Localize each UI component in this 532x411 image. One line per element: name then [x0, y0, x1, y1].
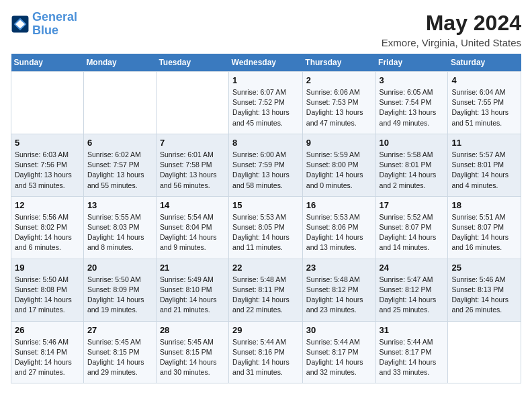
day-info: Sunrise: 6:03 AM Sunset: 7:56 PM Dayligh…: [15, 150, 80, 191]
day-cell: 31 Sunrise: 5:44 AM Sunset: 8:17 PM Dayl…: [375, 321, 448, 383]
day-info: Sunrise: 5:57 AM Sunset: 8:01 PM Dayligh…: [451, 150, 517, 191]
day-number: 16: [306, 200, 372, 210]
day-info: Sunrise: 5:53 AM Sunset: 8:05 PM Dayligh…: [232, 212, 299, 253]
header-cell-thursday: Thursday: [302, 54, 375, 72]
day-cell: 20 Sunrise: 5:50 AM Sunset: 8:09 PM Dayl…: [83, 259, 156, 321]
day-number: 14: [160, 200, 225, 210]
day-info: Sunrise: 5:56 AM Sunset: 8:02 PM Dayligh…: [15, 212, 80, 253]
day-info: Sunrise: 5:50 AM Sunset: 8:08 PM Dayligh…: [15, 275, 80, 316]
logo: GeneralBlue: [11, 11, 77, 38]
day-info: Sunrise: 6:05 AM Sunset: 7:54 PM Dayligh…: [380, 87, 445, 128]
day-cell: 17 Sunrise: 5:52 AM Sunset: 8:07 PM Dayl…: [375, 196, 448, 259]
header-cell-wednesday: Wednesday: [229, 54, 303, 72]
day-info: Sunrise: 5:46 AM Sunset: 8:14 PM Dayligh…: [15, 337, 80, 378]
day-cell: [448, 321, 521, 383]
day-info: Sunrise: 5:45 AM Sunset: 8:15 PM Dayligh…: [160, 337, 225, 378]
day-cell: 3 Sunrise: 6:05 AM Sunset: 7:54 PM Dayli…: [375, 72, 448, 134]
day-info: Sunrise: 5:59 AM Sunset: 8:00 PM Dayligh…: [306, 150, 372, 191]
day-number: 13: [87, 200, 152, 210]
day-cell: 12 Sunrise: 5:56 AM Sunset: 8:02 PM Dayl…: [11, 196, 84, 259]
day-cell: 2 Sunrise: 6:06 AM Sunset: 7:53 PM Dayli…: [302, 72, 375, 134]
day-cell: 24 Sunrise: 5:47 AM Sunset: 8:12 PM Dayl…: [375, 259, 448, 321]
day-info: Sunrise: 6:02 AM Sunset: 7:57 PM Dayligh…: [87, 150, 152, 191]
day-number: 1: [232, 75, 299, 85]
header-cell-sunday: Sunday: [11, 54, 84, 72]
title-block: May 2024 Exmore, Virginia, United States: [382, 11, 521, 48]
day-number: 21: [160, 263, 225, 273]
day-number: 23: [306, 263, 372, 273]
day-cell: 27 Sunrise: 5:45 AM Sunset: 8:15 PM Dayl…: [83, 321, 156, 383]
day-cell: [156, 72, 228, 134]
day-number: 7: [160, 138, 225, 148]
day-cell: 10 Sunrise: 5:58 AM Sunset: 8:01 PM Dayl…: [375, 134, 448, 196]
day-number: 12: [15, 200, 80, 210]
day-info: Sunrise: 5:45 AM Sunset: 8:15 PM Dayligh…: [87, 337, 152, 378]
day-cell: 11 Sunrise: 5:57 AM Sunset: 8:01 PM Dayl…: [448, 134, 521, 196]
day-cell: 1 Sunrise: 6:07 AM Sunset: 7:52 PM Dayli…: [229, 72, 303, 134]
day-cell: 16 Sunrise: 5:53 AM Sunset: 8:06 PM Dayl…: [302, 196, 375, 259]
day-cell: 8 Sunrise: 6:00 AM Sunset: 7:59 PM Dayli…: [229, 134, 303, 196]
day-cell: 7 Sunrise: 6:01 AM Sunset: 7:58 PM Dayli…: [156, 134, 228, 196]
day-number: 31: [380, 325, 445, 335]
header-cell-friday: Friday: [375, 54, 448, 72]
day-cell: 15 Sunrise: 5:53 AM Sunset: 8:05 PM Dayl…: [229, 196, 303, 259]
day-cell: 22 Sunrise: 5:48 AM Sunset: 8:11 PM Dayl…: [229, 259, 303, 321]
day-number: 22: [232, 263, 299, 273]
day-info: Sunrise: 5:46 AM Sunset: 8:13 PM Dayligh…: [451, 275, 517, 316]
day-number: 20: [87, 263, 152, 273]
logo-text: GeneralBlue: [32, 11, 77, 38]
header-cell-monday: Monday: [83, 54, 156, 72]
day-info: Sunrise: 6:00 AM Sunset: 7:59 PM Dayligh…: [232, 150, 299, 191]
day-number: 4: [451, 75, 517, 85]
day-cell: 21 Sunrise: 5:49 AM Sunset: 8:10 PM Dayl…: [156, 259, 228, 321]
day-cell: 30 Sunrise: 5:44 AM Sunset: 8:17 PM Dayl…: [302, 321, 375, 383]
day-number: 25: [451, 263, 517, 273]
day-cell: 4 Sunrise: 6:04 AM Sunset: 7:55 PM Dayli…: [448, 72, 521, 134]
day-info: Sunrise: 6:07 AM Sunset: 7:52 PM Dayligh…: [232, 87, 299, 128]
day-info: Sunrise: 6:04 AM Sunset: 7:55 PM Dayligh…: [451, 87, 517, 128]
day-cell: 9 Sunrise: 5:59 AM Sunset: 8:00 PM Dayli…: [302, 134, 375, 196]
day-cell: 25 Sunrise: 5:46 AM Sunset: 8:13 PM Dayl…: [448, 259, 521, 321]
day-cell: 29 Sunrise: 5:44 AM Sunset: 8:16 PM Dayl…: [229, 321, 303, 383]
page-header: GeneralBlue May 2024 Exmore, Virginia, U…: [11, 11, 521, 48]
day-cell: 23 Sunrise: 5:48 AM Sunset: 8:12 PM Dayl…: [302, 259, 375, 321]
day-info: Sunrise: 5:44 AM Sunset: 8:17 PM Dayligh…: [380, 337, 445, 378]
day-number: 27: [87, 325, 152, 335]
day-info: Sunrise: 5:54 AM Sunset: 8:04 PM Dayligh…: [160, 212, 225, 253]
day-number: 2: [306, 75, 372, 85]
day-cell: 18 Sunrise: 5:51 AM Sunset: 8:07 PM Dayl…: [448, 196, 521, 259]
day-cell: 28 Sunrise: 5:45 AM Sunset: 8:15 PM Dayl…: [156, 321, 228, 383]
day-number: 19: [15, 263, 80, 273]
day-number: 5: [15, 138, 80, 148]
main-title: May 2024: [382, 11, 521, 36]
day-cell: 19 Sunrise: 5:50 AM Sunset: 8:08 PM Dayl…: [11, 259, 84, 321]
day-info: Sunrise: 5:48 AM Sunset: 8:12 PM Dayligh…: [306, 275, 372, 316]
day-number: 15: [232, 200, 299, 210]
day-number: 10: [380, 138, 445, 148]
day-info: Sunrise: 6:01 AM Sunset: 7:58 PM Dayligh…: [160, 150, 225, 191]
subtitle: Exmore, Virginia, United States: [382, 37, 521, 48]
day-cell: 5 Sunrise: 6:03 AM Sunset: 7:56 PM Dayli…: [11, 134, 84, 196]
day-info: Sunrise: 5:48 AM Sunset: 8:11 PM Dayligh…: [232, 275, 299, 316]
week-row-5: 26 Sunrise: 5:46 AM Sunset: 8:14 PM Dayl…: [11, 321, 521, 383]
week-row-3: 12 Sunrise: 5:56 AM Sunset: 8:02 PM Dayl…: [11, 196, 521, 259]
day-number: 30: [306, 325, 372, 335]
day-cell: [11, 72, 84, 134]
day-number: 9: [306, 138, 372, 148]
day-info: Sunrise: 5:55 AM Sunset: 8:03 PM Dayligh…: [87, 212, 152, 253]
day-number: 6: [87, 138, 152, 148]
day-cell: 26 Sunrise: 5:46 AM Sunset: 8:14 PM Dayl…: [11, 321, 84, 383]
day-number: 28: [160, 325, 225, 335]
day-number: 11: [451, 138, 517, 148]
header-cell-tuesday: Tuesday: [156, 54, 228, 72]
day-cell: 14 Sunrise: 5:54 AM Sunset: 8:04 PM Dayl…: [156, 196, 228, 259]
logo-icon: [11, 15, 30, 34]
calendar-header: SundayMondayTuesdayWednesdayThursdayFrid…: [11, 54, 521, 72]
calendar-table: SundayMondayTuesdayWednesdayThursdayFrid…: [11, 54, 521, 383]
day-info: Sunrise: 5:52 AM Sunset: 8:07 PM Dayligh…: [380, 212, 445, 253]
calendar-body: 1 Sunrise: 6:07 AM Sunset: 7:52 PM Dayli…: [11, 72, 521, 383]
day-cell: 6 Sunrise: 6:02 AM Sunset: 7:57 PM Dayli…: [83, 134, 156, 196]
day-info: Sunrise: 5:51 AM Sunset: 8:07 PM Dayligh…: [451, 212, 517, 253]
day-info: Sunrise: 6:06 AM Sunset: 7:53 PM Dayligh…: [306, 87, 372, 128]
day-number: 29: [232, 325, 299, 335]
